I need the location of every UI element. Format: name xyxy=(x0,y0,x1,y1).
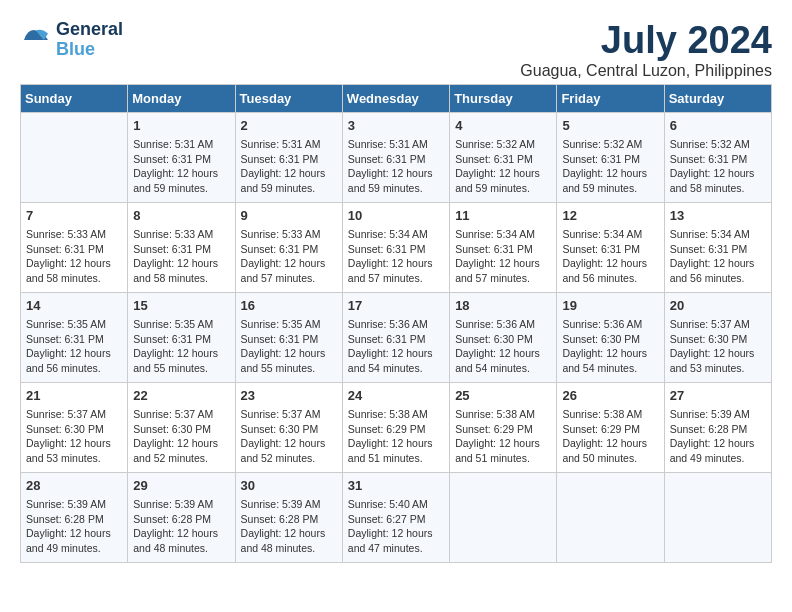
day-info: Sunrise: 5:34 AM Sunset: 6:31 PM Dayligh… xyxy=(670,227,766,286)
day-info: Sunrise: 5:37 AM Sunset: 6:30 PM Dayligh… xyxy=(670,317,766,376)
day-number: 3 xyxy=(348,117,444,135)
day-number: 18 xyxy=(455,297,551,315)
calendar-cell: 9Sunrise: 5:33 AM Sunset: 6:31 PM Daylig… xyxy=(235,202,342,292)
calendar-cell: 17Sunrise: 5:36 AM Sunset: 6:31 PM Dayli… xyxy=(342,292,449,382)
day-info: Sunrise: 5:37 AM Sunset: 6:30 PM Dayligh… xyxy=(133,407,229,466)
day-number: 31 xyxy=(348,477,444,495)
calendar-cell: 8Sunrise: 5:33 AM Sunset: 6:31 PM Daylig… xyxy=(128,202,235,292)
day-info: Sunrise: 5:37 AM Sunset: 6:30 PM Dayligh… xyxy=(241,407,337,466)
calendar-cell: 3Sunrise: 5:31 AM Sunset: 6:31 PM Daylig… xyxy=(342,112,449,202)
day-info: Sunrise: 5:31 AM Sunset: 6:31 PM Dayligh… xyxy=(241,137,337,196)
logo-text: GeneralBlue xyxy=(56,20,123,60)
day-number: 28 xyxy=(26,477,122,495)
day-number: 17 xyxy=(348,297,444,315)
day-info: Sunrise: 5:35 AM Sunset: 6:31 PM Dayligh… xyxy=(241,317,337,376)
calendar-cell: 2Sunrise: 5:31 AM Sunset: 6:31 PM Daylig… xyxy=(235,112,342,202)
title-area: July 2024 Guagua, Central Luzon, Philipp… xyxy=(520,20,772,80)
calendar-cell: 13Sunrise: 5:34 AM Sunset: 6:31 PM Dayli… xyxy=(664,202,771,292)
day-number: 20 xyxy=(670,297,766,315)
day-info: Sunrise: 5:31 AM Sunset: 6:31 PM Dayligh… xyxy=(133,137,229,196)
calendar-cell xyxy=(664,472,771,562)
day-info: Sunrise: 5:39 AM Sunset: 6:28 PM Dayligh… xyxy=(26,497,122,556)
calendar-cell: 19Sunrise: 5:36 AM Sunset: 6:30 PM Dayli… xyxy=(557,292,664,382)
calendar-week-row: 1Sunrise: 5:31 AM Sunset: 6:31 PM Daylig… xyxy=(21,112,772,202)
day-info: Sunrise: 5:38 AM Sunset: 6:29 PM Dayligh… xyxy=(562,407,658,466)
calendar-cell: 20Sunrise: 5:37 AM Sunset: 6:30 PM Dayli… xyxy=(664,292,771,382)
day-number: 9 xyxy=(241,207,337,225)
day-number: 12 xyxy=(562,207,658,225)
calendar-cell: 7Sunrise: 5:33 AM Sunset: 6:31 PM Daylig… xyxy=(21,202,128,292)
logo: GeneralBlue xyxy=(20,20,123,60)
day-number: 29 xyxy=(133,477,229,495)
day-number: 2 xyxy=(241,117,337,135)
day-info: Sunrise: 5:39 AM Sunset: 6:28 PM Dayligh… xyxy=(241,497,337,556)
day-number: 7 xyxy=(26,207,122,225)
weekday-header-thursday: Thursday xyxy=(450,84,557,112)
day-number: 1 xyxy=(133,117,229,135)
calendar-cell: 31Sunrise: 5:40 AM Sunset: 6:27 PM Dayli… xyxy=(342,472,449,562)
day-number: 24 xyxy=(348,387,444,405)
calendar-cell: 11Sunrise: 5:34 AM Sunset: 6:31 PM Dayli… xyxy=(450,202,557,292)
calendar-cell xyxy=(21,112,128,202)
day-number: 13 xyxy=(670,207,766,225)
day-info: Sunrise: 5:37 AM Sunset: 6:30 PM Dayligh… xyxy=(26,407,122,466)
day-info: Sunrise: 5:35 AM Sunset: 6:31 PM Dayligh… xyxy=(26,317,122,376)
calendar-week-row: 28Sunrise: 5:39 AM Sunset: 6:28 PM Dayli… xyxy=(21,472,772,562)
day-info: Sunrise: 5:32 AM Sunset: 6:31 PM Dayligh… xyxy=(562,137,658,196)
day-number: 14 xyxy=(26,297,122,315)
calendar-cell: 15Sunrise: 5:35 AM Sunset: 6:31 PM Dayli… xyxy=(128,292,235,382)
calendar-cell: 29Sunrise: 5:39 AM Sunset: 6:28 PM Dayli… xyxy=(128,472,235,562)
calendar-cell xyxy=(557,472,664,562)
calendar-cell: 6Sunrise: 5:32 AM Sunset: 6:31 PM Daylig… xyxy=(664,112,771,202)
weekday-header-saturday: Saturday xyxy=(664,84,771,112)
calendar-week-row: 7Sunrise: 5:33 AM Sunset: 6:31 PM Daylig… xyxy=(21,202,772,292)
day-number: 26 xyxy=(562,387,658,405)
day-info: Sunrise: 5:38 AM Sunset: 6:29 PM Dayligh… xyxy=(348,407,444,466)
weekday-header-monday: Monday xyxy=(128,84,235,112)
day-info: Sunrise: 5:33 AM Sunset: 6:31 PM Dayligh… xyxy=(241,227,337,286)
day-number: 19 xyxy=(562,297,658,315)
weekday-header-wednesday: Wednesday xyxy=(342,84,449,112)
day-info: Sunrise: 5:32 AM Sunset: 6:31 PM Dayligh… xyxy=(455,137,551,196)
calendar-cell: 5Sunrise: 5:32 AM Sunset: 6:31 PM Daylig… xyxy=(557,112,664,202)
day-info: Sunrise: 5:34 AM Sunset: 6:31 PM Dayligh… xyxy=(348,227,444,286)
calendar-cell: 21Sunrise: 5:37 AM Sunset: 6:30 PM Dayli… xyxy=(21,382,128,472)
calendar-cell: 1Sunrise: 5:31 AM Sunset: 6:31 PM Daylig… xyxy=(128,112,235,202)
calendar-cell: 24Sunrise: 5:38 AM Sunset: 6:29 PM Dayli… xyxy=(342,382,449,472)
day-info: Sunrise: 5:33 AM Sunset: 6:31 PM Dayligh… xyxy=(133,227,229,286)
weekday-header-friday: Friday xyxy=(557,84,664,112)
calendar-cell: 26Sunrise: 5:38 AM Sunset: 6:29 PM Dayli… xyxy=(557,382,664,472)
day-number: 8 xyxy=(133,207,229,225)
day-number: 23 xyxy=(241,387,337,405)
weekday-header-row: SundayMondayTuesdayWednesdayThursdayFrid… xyxy=(21,84,772,112)
calendar-cell: 28Sunrise: 5:39 AM Sunset: 6:28 PM Dayli… xyxy=(21,472,128,562)
calendar-cell: 27Sunrise: 5:39 AM Sunset: 6:28 PM Dayli… xyxy=(664,382,771,472)
day-number: 21 xyxy=(26,387,122,405)
day-info: Sunrise: 5:34 AM Sunset: 6:31 PM Dayligh… xyxy=(455,227,551,286)
calendar-cell: 18Sunrise: 5:36 AM Sunset: 6:30 PM Dayli… xyxy=(450,292,557,382)
day-info: Sunrise: 5:39 AM Sunset: 6:28 PM Dayligh… xyxy=(670,407,766,466)
logo-icon xyxy=(20,24,52,56)
calendar-cell: 23Sunrise: 5:37 AM Sunset: 6:30 PM Dayli… xyxy=(235,382,342,472)
day-info: Sunrise: 5:36 AM Sunset: 6:31 PM Dayligh… xyxy=(348,317,444,376)
day-number: 4 xyxy=(455,117,551,135)
calendar-cell: 12Sunrise: 5:34 AM Sunset: 6:31 PM Dayli… xyxy=(557,202,664,292)
weekday-header-sunday: Sunday xyxy=(21,84,128,112)
day-number: 27 xyxy=(670,387,766,405)
calendar-cell xyxy=(450,472,557,562)
calendar-table: SundayMondayTuesdayWednesdayThursdayFrid… xyxy=(20,84,772,563)
day-info: Sunrise: 5:40 AM Sunset: 6:27 PM Dayligh… xyxy=(348,497,444,556)
calendar-cell: 14Sunrise: 5:35 AM Sunset: 6:31 PM Dayli… xyxy=(21,292,128,382)
day-info: Sunrise: 5:34 AM Sunset: 6:31 PM Dayligh… xyxy=(562,227,658,286)
calendar-week-row: 21Sunrise: 5:37 AM Sunset: 6:30 PM Dayli… xyxy=(21,382,772,472)
day-info: Sunrise: 5:36 AM Sunset: 6:30 PM Dayligh… xyxy=(455,317,551,376)
day-info: Sunrise: 5:33 AM Sunset: 6:31 PM Dayligh… xyxy=(26,227,122,286)
day-number: 16 xyxy=(241,297,337,315)
day-info: Sunrise: 5:31 AM Sunset: 6:31 PM Dayligh… xyxy=(348,137,444,196)
calendar-cell: 16Sunrise: 5:35 AM Sunset: 6:31 PM Dayli… xyxy=(235,292,342,382)
day-number: 11 xyxy=(455,207,551,225)
day-info: Sunrise: 5:39 AM Sunset: 6:28 PM Dayligh… xyxy=(133,497,229,556)
day-number: 6 xyxy=(670,117,766,135)
day-number: 25 xyxy=(455,387,551,405)
day-number: 10 xyxy=(348,207,444,225)
